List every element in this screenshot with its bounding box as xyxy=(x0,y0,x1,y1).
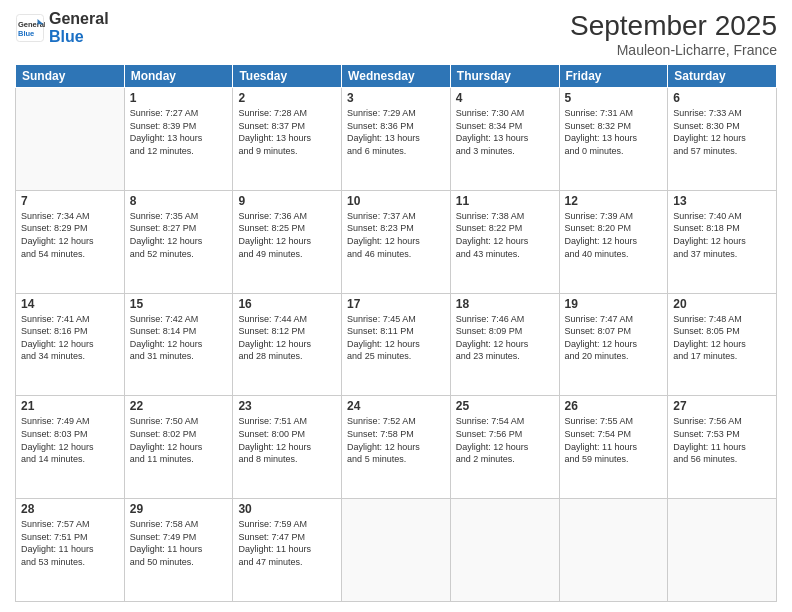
day-number: 25 xyxy=(456,399,554,413)
col-header-wednesday: Wednesday xyxy=(342,65,451,88)
day-cell-9: 9Sunrise: 7:36 AM Sunset: 8:25 PM Daylig… xyxy=(233,190,342,293)
day-info: Sunrise: 7:57 AM Sunset: 7:51 PM Dayligh… xyxy=(21,518,119,568)
day-info: Sunrise: 7:44 AM Sunset: 8:12 PM Dayligh… xyxy=(238,313,336,363)
day-cell-12: 12Sunrise: 7:39 AM Sunset: 8:20 PM Dayli… xyxy=(559,190,668,293)
week-row-2: 7Sunrise: 7:34 AM Sunset: 8:29 PM Daylig… xyxy=(16,190,777,293)
logo: General Blue General Blue xyxy=(15,10,109,46)
day-number: 12 xyxy=(565,194,663,208)
day-info: Sunrise: 7:28 AM Sunset: 8:37 PM Dayligh… xyxy=(238,107,336,157)
day-info: Sunrise: 7:35 AM Sunset: 8:27 PM Dayligh… xyxy=(130,210,228,260)
calendar: SundayMondayTuesdayWednesdayThursdayFrid… xyxy=(15,64,777,602)
day-cell-29: 29Sunrise: 7:58 AM Sunset: 7:49 PM Dayli… xyxy=(124,499,233,602)
day-info: Sunrise: 7:48 AM Sunset: 8:05 PM Dayligh… xyxy=(673,313,771,363)
day-info: Sunrise: 7:29 AM Sunset: 8:36 PM Dayligh… xyxy=(347,107,445,157)
day-cell-16: 16Sunrise: 7:44 AM Sunset: 8:12 PM Dayli… xyxy=(233,293,342,396)
logo-blue-text: Blue xyxy=(49,28,109,46)
day-info: Sunrise: 7:47 AM Sunset: 8:07 PM Dayligh… xyxy=(565,313,663,363)
month-title: September 2025 xyxy=(570,10,777,42)
svg-text:Blue: Blue xyxy=(18,28,34,37)
day-number: 5 xyxy=(565,91,663,105)
day-number: 24 xyxy=(347,399,445,413)
empty-cell xyxy=(559,499,668,602)
day-info: Sunrise: 7:50 AM Sunset: 8:02 PM Dayligh… xyxy=(130,415,228,465)
day-info: Sunrise: 7:55 AM Sunset: 7:54 PM Dayligh… xyxy=(565,415,663,465)
day-cell-20: 20Sunrise: 7:48 AM Sunset: 8:05 PM Dayli… xyxy=(668,293,777,396)
header: General Blue General Blue September 2025… xyxy=(15,10,777,58)
day-cell-13: 13Sunrise: 7:40 AM Sunset: 8:18 PM Dayli… xyxy=(668,190,777,293)
day-info: Sunrise: 7:56 AM Sunset: 7:53 PM Dayligh… xyxy=(673,415,771,465)
day-cell-5: 5Sunrise: 7:31 AM Sunset: 8:32 PM Daylig… xyxy=(559,88,668,191)
day-number: 3 xyxy=(347,91,445,105)
day-info: Sunrise: 7:45 AM Sunset: 8:11 PM Dayligh… xyxy=(347,313,445,363)
day-info: Sunrise: 7:30 AM Sunset: 8:34 PM Dayligh… xyxy=(456,107,554,157)
week-row-3: 14Sunrise: 7:41 AM Sunset: 8:16 PM Dayli… xyxy=(16,293,777,396)
day-number: 21 xyxy=(21,399,119,413)
logo-icon: General Blue xyxy=(15,13,45,43)
col-header-friday: Friday xyxy=(559,65,668,88)
col-header-thursday: Thursday xyxy=(450,65,559,88)
day-info: Sunrise: 7:46 AM Sunset: 8:09 PM Dayligh… xyxy=(456,313,554,363)
col-header-monday: Monday xyxy=(124,65,233,88)
day-number: 1 xyxy=(130,91,228,105)
day-cell-2: 2Sunrise: 7:28 AM Sunset: 8:37 PM Daylig… xyxy=(233,88,342,191)
day-number: 23 xyxy=(238,399,336,413)
day-number: 9 xyxy=(238,194,336,208)
empty-cell xyxy=(450,499,559,602)
empty-cell xyxy=(16,88,125,191)
day-info: Sunrise: 7:33 AM Sunset: 8:30 PM Dayligh… xyxy=(673,107,771,157)
day-number: 19 xyxy=(565,297,663,311)
day-info: Sunrise: 7:31 AM Sunset: 8:32 PM Dayligh… xyxy=(565,107,663,157)
day-number: 11 xyxy=(456,194,554,208)
day-cell-30: 30Sunrise: 7:59 AM Sunset: 7:47 PM Dayli… xyxy=(233,499,342,602)
col-header-sunday: Sunday xyxy=(16,65,125,88)
day-number: 2 xyxy=(238,91,336,105)
day-number: 6 xyxy=(673,91,771,105)
day-cell-18: 18Sunrise: 7:46 AM Sunset: 8:09 PM Dayli… xyxy=(450,293,559,396)
day-info: Sunrise: 7:34 AM Sunset: 8:29 PM Dayligh… xyxy=(21,210,119,260)
day-number: 17 xyxy=(347,297,445,311)
day-cell-17: 17Sunrise: 7:45 AM Sunset: 8:11 PM Dayli… xyxy=(342,293,451,396)
day-cell-4: 4Sunrise: 7:30 AM Sunset: 8:34 PM Daylig… xyxy=(450,88,559,191)
day-number: 18 xyxy=(456,297,554,311)
day-info: Sunrise: 7:40 AM Sunset: 8:18 PM Dayligh… xyxy=(673,210,771,260)
day-number: 26 xyxy=(565,399,663,413)
day-info: Sunrise: 7:49 AM Sunset: 8:03 PM Dayligh… xyxy=(21,415,119,465)
page: General Blue General Blue September 2025… xyxy=(0,0,792,612)
day-number: 27 xyxy=(673,399,771,413)
day-info: Sunrise: 7:39 AM Sunset: 8:20 PM Dayligh… xyxy=(565,210,663,260)
day-cell-15: 15Sunrise: 7:42 AM Sunset: 8:14 PM Dayli… xyxy=(124,293,233,396)
col-header-saturday: Saturday xyxy=(668,65,777,88)
day-info: Sunrise: 7:27 AM Sunset: 8:39 PM Dayligh… xyxy=(130,107,228,157)
day-number: 13 xyxy=(673,194,771,208)
day-cell-6: 6Sunrise: 7:33 AM Sunset: 8:30 PM Daylig… xyxy=(668,88,777,191)
day-cell-11: 11Sunrise: 7:38 AM Sunset: 8:22 PM Dayli… xyxy=(450,190,559,293)
day-number: 4 xyxy=(456,91,554,105)
day-cell-26: 26Sunrise: 7:55 AM Sunset: 7:54 PM Dayli… xyxy=(559,396,668,499)
week-row-4: 21Sunrise: 7:49 AM Sunset: 8:03 PM Dayli… xyxy=(16,396,777,499)
day-info: Sunrise: 7:51 AM Sunset: 8:00 PM Dayligh… xyxy=(238,415,336,465)
day-cell-21: 21Sunrise: 7:49 AM Sunset: 8:03 PM Dayli… xyxy=(16,396,125,499)
day-number: 30 xyxy=(238,502,336,516)
day-cell-14: 14Sunrise: 7:41 AM Sunset: 8:16 PM Dayli… xyxy=(16,293,125,396)
week-row-5: 28Sunrise: 7:57 AM Sunset: 7:51 PM Dayli… xyxy=(16,499,777,602)
day-info: Sunrise: 7:52 AM Sunset: 7:58 PM Dayligh… xyxy=(347,415,445,465)
day-cell-28: 28Sunrise: 7:57 AM Sunset: 7:51 PM Dayli… xyxy=(16,499,125,602)
day-cell-27: 27Sunrise: 7:56 AM Sunset: 7:53 PM Dayli… xyxy=(668,396,777,499)
day-number: 10 xyxy=(347,194,445,208)
day-info: Sunrise: 7:54 AM Sunset: 7:56 PM Dayligh… xyxy=(456,415,554,465)
day-cell-10: 10Sunrise: 7:37 AM Sunset: 8:23 PM Dayli… xyxy=(342,190,451,293)
day-info: Sunrise: 7:41 AM Sunset: 8:16 PM Dayligh… xyxy=(21,313,119,363)
day-cell-19: 19Sunrise: 7:47 AM Sunset: 8:07 PM Dayli… xyxy=(559,293,668,396)
day-number: 28 xyxy=(21,502,119,516)
calendar-header-row: SundayMondayTuesdayWednesdayThursdayFrid… xyxy=(16,65,777,88)
logo-general-text: General xyxy=(49,10,109,28)
day-number: 14 xyxy=(21,297,119,311)
location: Mauleon-Licharre, France xyxy=(570,42,777,58)
empty-cell xyxy=(668,499,777,602)
day-info: Sunrise: 7:42 AM Sunset: 8:14 PM Dayligh… xyxy=(130,313,228,363)
day-cell-7: 7Sunrise: 7:34 AM Sunset: 8:29 PM Daylig… xyxy=(16,190,125,293)
day-info: Sunrise: 7:36 AM Sunset: 8:25 PM Dayligh… xyxy=(238,210,336,260)
day-cell-23: 23Sunrise: 7:51 AM Sunset: 8:00 PM Dayli… xyxy=(233,396,342,499)
title-block: September 2025 Mauleon-Licharre, France xyxy=(570,10,777,58)
day-number: 20 xyxy=(673,297,771,311)
